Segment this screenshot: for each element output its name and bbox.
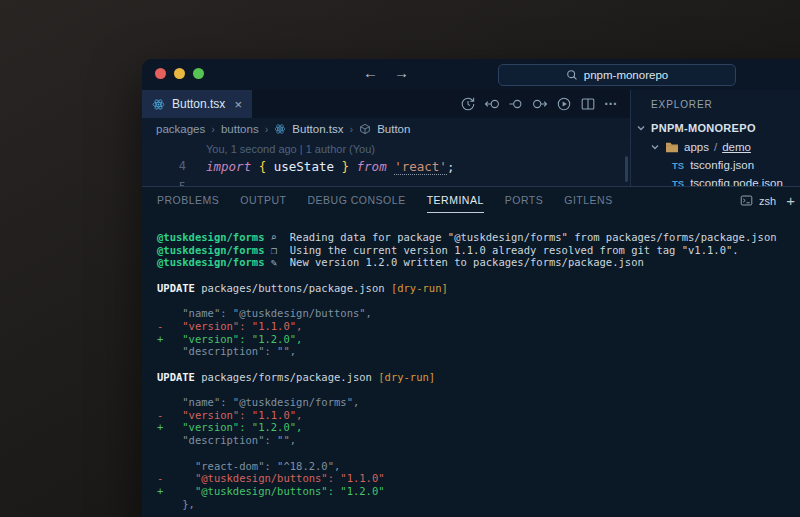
explorer-file-tsconfig[interactable]: TS tsconfig.json: [631, 156, 800, 174]
folder-label-demo: demo: [722, 141, 751, 153]
vscode-window: ← → pnpm-monorepo Button.tsx ×: [142, 59, 800, 517]
terminal-line: "name": "@tuskdesign/buttons",: [157, 307, 777, 320]
keyword-from: from: [357, 159, 387, 175]
tab-close-icon[interactable]: ×: [234, 97, 242, 112]
folder-icon: [665, 141, 679, 153]
semicolon: ;: [447, 159, 455, 175]
back-arrow-icon[interactable]: ←: [363, 64, 378, 81]
change-marker-icon[interactable]: [508, 96, 524, 112]
breadcrumb-buttons[interactable]: buttons: [221, 123, 259, 135]
file-label: tsconfig.json: [690, 159, 754, 171]
breadcrumb-packages[interactable]: packages: [156, 123, 205, 135]
bottom-panel: PROBLEMS OUTPUT DEBUG CONSOLE TERMINAL P…: [142, 186, 800, 517]
terminal-output[interactable]: @tuskdesign/forms ⌕ Reading data for pac…: [157, 231, 777, 510]
path-separator: /: [714, 141, 717, 153]
terminal-line: "react-dom": "^18.2.0",: [157, 460, 777, 473]
tab-button-tsx[interactable]: Button.tsx ×: [142, 90, 252, 118]
terminal-line: @tuskdesign/forms ❐ Using the current ve…: [157, 244, 777, 257]
keyword-import: import: [206, 159, 251, 175]
tab-terminal[interactable]: TERMINAL: [427, 188, 484, 213]
tab-gitlens[interactable]: GITLENS: [564, 188, 612, 213]
tab-label: Button.tsx: [172, 97, 225, 111]
minimize-window-button[interactable]: [174, 68, 185, 79]
terminal-line: @tuskdesign/forms ⌕ Reading data for pac…: [157, 231, 777, 244]
terminal-line: + "@tuskdesign/buttons": "1.2.0": [157, 485, 777, 498]
tab-debug-console[interactable]: DEBUG CONSOLE: [308, 188, 406, 213]
run-file-icon[interactable]: [556, 96, 572, 112]
terminal-line: [157, 269, 777, 282]
terminal-line: },: [157, 498, 777, 511]
terminal-line: [157, 447, 777, 460]
brace-close: }: [342, 159, 350, 175]
root-folder-label: PNPM-MONOREPO: [651, 122, 756, 134]
terminal-line: "name": "@tuskdesign/forms",: [157, 396, 777, 409]
terminal-line: [157, 295, 777, 308]
terminal-line: UPDATE packages/forms/package.json [dry-…: [157, 371, 777, 384]
timeline-history-icon[interactable]: [460, 96, 476, 112]
search-value: pnpm-monorepo: [584, 69, 668, 81]
close-window-button[interactable]: [155, 68, 166, 79]
breadcrumb: packages › buttons › Button.tsx › Button: [142, 118, 630, 140]
tab-problems[interactable]: PROBLEMS: [157, 188, 219, 213]
line-number: 4: [142, 159, 206, 175]
title-bar: ← → pnpm-monorepo: [142, 59, 800, 90]
terminal-line: UPDATE packages/buttons/package.json [dr…: [157, 282, 777, 295]
terminal-line: - "version": "1.1.0",: [157, 409, 777, 422]
panel-tabs: PROBLEMS OUTPUT DEBUG CONSOLE TERMINAL P…: [157, 187, 613, 214]
terminal-line: [157, 358, 777, 371]
symbol-cube-icon: [359, 123, 371, 135]
brace-open: {: [259, 159, 267, 175]
terminal-line: - "version": "1.1.0",: [157, 320, 777, 333]
search-icon: [566, 69, 578, 81]
split-editor-icon[interactable]: [580, 96, 596, 112]
explorer-sidebar: EXPLORER PNPM-MONOREPO apps / demo TS ts…: [631, 90, 800, 186]
terminal-controls: zsh +: [740, 187, 795, 214]
terminal-icon: [740, 194, 753, 207]
terminal-line: "description": "",: [157, 345, 777, 358]
shell-name[interactable]: zsh: [759, 195, 776, 207]
previous-change-icon[interactable]: [484, 96, 500, 112]
explorer-folder-apps-demo[interactable]: apps / demo: [631, 137, 800, 156]
terminal-line: [157, 383, 777, 396]
maximize-window-button[interactable]: [193, 68, 204, 79]
more-actions-icon[interactable]: ⋯: [604, 96, 618, 112]
identifier-usestate: useState: [274, 159, 334, 175]
explorer-root-folder[interactable]: PNPM-MONOREPO: [631, 118, 800, 137]
chevron-right-icon: ›: [211, 123, 215, 135]
code-line: 4import { useState } from 'react';: [142, 159, 454, 175]
chevron-right-icon: ›: [265, 123, 269, 135]
terminal-line: - "@tuskdesign/buttons": "1.1.0": [157, 472, 777, 485]
new-terminal-icon[interactable]: +: [786, 192, 795, 209]
explorer-title: EXPLORER: [631, 90, 800, 118]
terminal-line: + "version": "1.2.0",: [157, 421, 777, 434]
tab-output[interactable]: OUTPUT: [240, 188, 286, 213]
next-change-icon[interactable]: [532, 96, 548, 112]
command-center-search[interactable]: pnpm-monorepo: [498, 64, 736, 86]
identifier-usestate: [266, 159, 274, 175]
terminal-line: + "version": "1.2.0",: [157, 333, 777, 346]
string-react: 'react': [394, 159, 447, 175]
git-blame-annotation: You, 1 second ago | 1 author (You): [206, 143, 375, 155]
chevron-right-icon: ›: [349, 123, 353, 135]
breadcrumb-file[interactable]: Button.tsx: [292, 123, 343, 135]
tab-ports[interactable]: PORTS: [505, 188, 543, 213]
typescript-icon: TS: [672, 160, 684, 171]
chevron-down-icon: [636, 123, 646, 133]
tab-bar: Button.tsx ×: [142, 90, 630, 118]
react-file-icon: [274, 123, 286, 135]
react-file-icon: [152, 98, 165, 111]
terminal-line: @tuskdesign/forms ✎ New version 1.2.0 wr…: [157, 256, 777, 269]
editor-actions: ⋯: [460, 90, 618, 118]
forward-arrow-icon[interactable]: →: [394, 64, 409, 81]
traffic-lights: [155, 68, 204, 79]
breadcrumb-symbol[interactable]: Button: [377, 123, 410, 135]
editor-scrollbar[interactable]: [625, 156, 628, 182]
code-editor[interactable]: You, 1 second ago | 1 author (You) 4impo…: [142, 140, 630, 186]
chevron-down-icon: [650, 142, 660, 152]
folder-label-apps: apps: [684, 141, 709, 153]
terminal-line: "description": "",: [157, 434, 777, 447]
editor-group: Button.tsx ×: [142, 90, 630, 186]
